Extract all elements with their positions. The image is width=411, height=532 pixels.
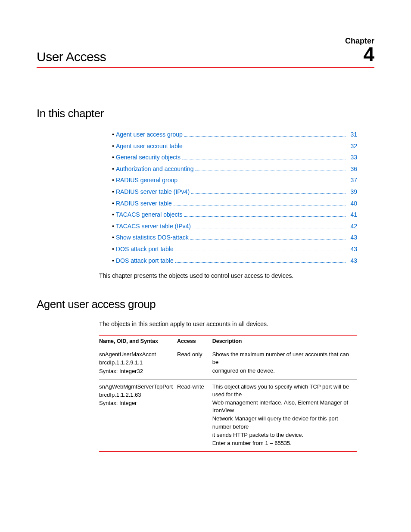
toc-leader: [191, 193, 346, 194]
cell-name: snAgWebMgmtServerTcpPort brcdIp.1.1.2.1.…: [99, 379, 177, 451]
toc-item: • Authorization and accounting 36: [112, 163, 357, 175]
toc-item: • Agent user access group 31: [112, 129, 357, 140]
toc-list: • Agent user access group 31 • Agent use…: [112, 129, 357, 266]
toc-leader: [190, 239, 346, 240]
document-page: Chapter User Access 4 In this chapter • …: [0, 0, 411, 532]
desc-line: Shows the maximum number of user account…: [212, 351, 353, 366]
chapter-header: User Access 4: [37, 47, 374, 68]
section-heading-agent-group: Agent user access group: [37, 298, 374, 311]
toc-page-number[interactable]: 36: [348, 163, 357, 175]
bullet-icon: •: [112, 198, 114, 209]
toc-leader: [182, 159, 346, 159]
toc-page-number[interactable]: 40: [348, 198, 357, 209]
toc-item: • Show statistics DOS-attack 43: [112, 232, 357, 243]
cell-description: Shows the maximum number of user account…: [212, 347, 357, 380]
toc-item: • TACACS server table (IPv4) 42: [112, 221, 357, 232]
obj-oid: brcdIp.1.1.2.1.63: [99, 391, 173, 399]
toc-link[interactable]: RADIUS server table (IPv4): [116, 186, 190, 198]
table-header-row: Name, OID, and Syntax Access Description: [99, 335, 357, 347]
bullet-icon: •: [112, 129, 114, 140]
table-row: snAgWebMgmtServerTcpPort brcdIp.1.1.2.1.…: [99, 379, 357, 451]
toc-leader: [184, 136, 346, 137]
toc-item: • RADIUS server table 40: [112, 198, 357, 209]
toc-item: • Agent user account table 32: [112, 140, 357, 152]
toc-item: • DOS attack port table 43: [112, 243, 357, 255]
toc-item: • General security objects 33: [112, 152, 357, 163]
toc-page-number[interactable]: 31: [348, 129, 357, 140]
desc-line: it sends HTTP packets to the device.: [212, 431, 353, 439]
bullet-icon: •: [112, 221, 114, 232]
toc-page-number[interactable]: 39: [348, 186, 357, 198]
toc-page-number[interactable]: 43: [348, 243, 357, 255]
bullet-icon: •: [112, 255, 114, 267]
toc-leader: [184, 148, 346, 148]
object-table: Name, OID, and Syntax Access Description…: [99, 335, 357, 452]
section-heading-in-this-chapter: In this chapter: [37, 107, 374, 120]
chapter-label: Chapter: [37, 37, 374, 46]
bullet-icon: •: [112, 152, 114, 163]
toc-item: • RADIUS server table (IPv4) 39: [112, 186, 357, 198]
cell-description: This object allows you to specify which …: [212, 379, 357, 451]
obj-syntax: Syntax: Integer: [99, 399, 173, 407]
toc-link[interactable]: Authorization and accounting: [116, 163, 194, 175]
toc-link[interactable]: DOS attack port table: [116, 243, 174, 255]
toc-link[interactable]: Agent user access group: [116, 129, 183, 140]
chapter-number: 4: [363, 47, 374, 62]
toc-link[interactable]: Show statistics DOS-attack: [116, 232, 189, 243]
toc-leader: [175, 262, 346, 263]
toc-leader: [184, 216, 346, 217]
toc-link[interactable]: Agent user account table: [116, 140, 183, 152]
toc-link[interactable]: TACACS server table (IPv4): [116, 221, 191, 232]
cell-name: snAgentUserMaxAccnt brcdIp.1.1.2.9.1.1 S…: [99, 347, 177, 380]
bullet-icon: •: [112, 209, 114, 221]
toc-item: • RADIUS general group 37: [112, 174, 357, 186]
th-description: Description: [212, 335, 357, 347]
bullet-icon: •: [112, 174, 114, 186]
bullet-icon: •: [112, 186, 114, 198]
toc-page-number[interactable]: 43: [348, 255, 357, 267]
toc-item: • DOS attack port table 43: [112, 255, 357, 267]
obj-oid: brcdIp.1.1.2.9.1.1: [99, 359, 173, 367]
toc-link[interactable]: TACACS general objects: [116, 209, 183, 221]
toc-page-number[interactable]: 37: [348, 174, 357, 186]
toc-page-number[interactable]: 41: [348, 209, 357, 221]
toc-page-number[interactable]: 32: [348, 140, 357, 152]
toc-page-number[interactable]: 33: [348, 152, 357, 163]
agent-group-intro-text: The objects in this section apply to use…: [99, 320, 357, 329]
obj-name: snAgWebMgmtServerTcpPort: [99, 383, 173, 391]
toc-item: • TACACS general objects 41: [112, 209, 357, 221]
toc-leader: [193, 228, 346, 228]
cell-access: Read only: [177, 347, 212, 380]
desc-line: Network Manager will query the device fo…: [212, 415, 353, 430]
desc-line: configured on the device.: [212, 367, 353, 375]
toc-link[interactable]: General security objects: [116, 152, 181, 163]
bullet-icon: •: [112, 232, 114, 243]
page-title: User Access: [37, 50, 106, 64]
toc-link[interactable]: RADIUS server table: [116, 198, 172, 209]
toc-page-number[interactable]: 43: [348, 232, 357, 243]
th-name: Name, OID, and Syntax: [99, 335, 177, 347]
table-row: snAgentUserMaxAccnt brcdIp.1.1.2.9.1.1 S…: [99, 347, 357, 380]
toc-leader: [179, 182, 346, 182]
toc-leader: [174, 205, 346, 205]
toc-link[interactable]: DOS attack port table: [116, 255, 174, 267]
desc-line: This object allows you to specify which …: [212, 383, 353, 398]
chapter-intro-text: This chapter presents the objects used t…: [99, 271, 357, 280]
obj-name: snAgentUserMaxAccnt: [99, 351, 173, 358]
toc-link[interactable]: RADIUS general group: [116, 174, 177, 186]
desc-line: Enter a number from 1 – 65535.: [212, 439, 353, 447]
th-access: Access: [177, 335, 212, 347]
cell-access: Read-write: [177, 379, 212, 451]
obj-syntax: Syntax: Integer32: [99, 367, 173, 375]
toc-page-number[interactable]: 42: [348, 221, 357, 232]
desc-line: Web management interface. Also, Element …: [212, 399, 353, 414]
bullet-icon: •: [112, 243, 114, 255]
bullet-icon: •: [112, 140, 114, 152]
toc-leader: [195, 171, 346, 171]
toc-leader: [175, 251, 346, 251]
bullet-icon: •: [112, 163, 114, 175]
